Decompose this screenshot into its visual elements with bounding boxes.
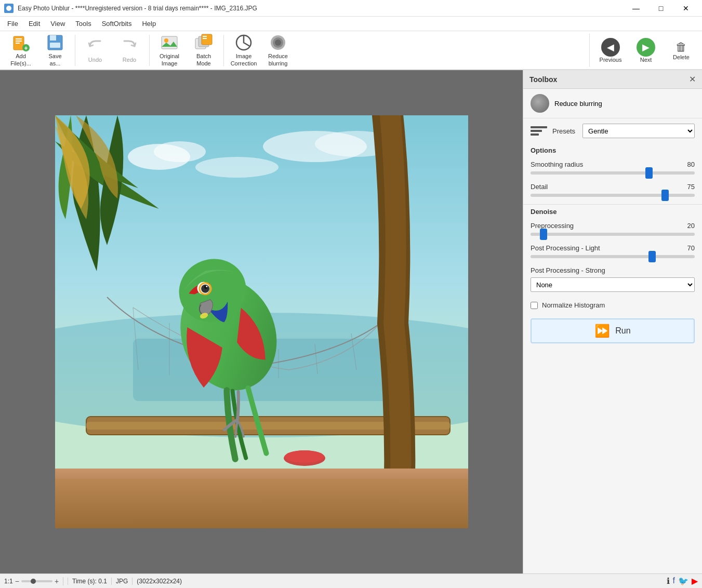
- reduce-blurring-label: Reduce blurring: [554, 100, 602, 108]
- menu-view[interactable]: View: [45, 18, 70, 30]
- reduce-blurring-section: Reduce blurring: [523, 89, 702, 118]
- reduce-blurring-button[interactable]: Reduceblurring: [261, 34, 295, 67]
- batch-mode-button[interactable]: BatchMode: [187, 34, 220, 67]
- info-icon[interactable]: ℹ: [667, 576, 670, 586]
- normalize-histogram-label: Normalize Histogram: [542, 301, 605, 309]
- svg-rect-39: [55, 479, 468, 528]
- batch-mode-icon: [194, 33, 213, 52]
- smoothing-radius-group: Smoothing radius 80: [523, 157, 702, 180]
- menu-help[interactable]: Help: [137, 18, 161, 30]
- post-light-thumb[interactable]: [648, 251, 656, 262]
- previous-button[interactable]: ◀ Previous: [594, 34, 627, 67]
- main-area: Toolbox ✕ Reduce blurring Presets Gentle…: [0, 70, 702, 573]
- svg-rect-4: [16, 43, 20, 44]
- menu-tools[interactable]: Tools: [70, 18, 96, 30]
- post-light-value: 70: [679, 244, 695, 252]
- twitter-icon[interactable]: 🐦: [678, 576, 688, 586]
- undo-button[interactable]: Undo: [78, 34, 112, 67]
- detail-group: Detail 75: [523, 180, 702, 202]
- image-correction-button[interactable]: ImageCorrection: [227, 34, 260, 67]
- next-icon: ▶: [637, 38, 655, 57]
- save-as-icon: [46, 33, 64, 52]
- facebook-icon[interactable]: f: [673, 576, 675, 586]
- zoom-slider[interactable]: [21, 580, 52, 582]
- image-correction-icon: [234, 33, 253, 52]
- add-files-icon: +: [11, 33, 30, 52]
- redo-button[interactable]: Redo: [113, 34, 146, 67]
- detail-label-row: Detail 75: [531, 183, 695, 191]
- svg-rect-8: [50, 35, 56, 41]
- image-correction-label: ImageCorrection: [231, 53, 257, 66]
- status-social-icons: ℹ f 🐦 ▶: [667, 576, 698, 586]
- post-processing-strong-group: Post Processing - Strong NoneLightMedium…: [523, 263, 702, 297]
- smoothing-radius-label: Smoothing radius: [531, 161, 583, 168]
- original-image-button[interactable]: OriginalImage: [153, 34, 186, 67]
- preprocessing-label: Preprocessing: [531, 222, 574, 230]
- minimize-button[interactable]: —: [624, 0, 648, 17]
- smoothing-radius-track[interactable]: [531, 171, 695, 175]
- delete-label: Delete: [673, 54, 690, 60]
- batch-mode-label: BatchMode: [196, 53, 211, 66]
- menu-edit[interactable]: Edit: [23, 18, 45, 30]
- preprocessing-thumb[interactable]: [540, 229, 547, 240]
- toolbar: + AddFile(s)... Saveas... Undo: [0, 31, 702, 70]
- zoom-in-button[interactable]: +: [55, 577, 59, 585]
- next-button[interactable]: ▶ Next: [629, 34, 663, 67]
- post-processing-light-group: Post Processing - Light 70: [523, 241, 702, 263]
- delete-button[interactable]: 🗑 Delete: [665, 34, 698, 67]
- detail-track[interactable]: [531, 194, 695, 197]
- image-area[interactable]: [0, 70, 523, 573]
- previous-label: Previous: [600, 57, 622, 63]
- original-image-label: OriginalImage: [160, 53, 179, 66]
- toolbox-close-button[interactable]: ✕: [689, 74, 696, 84]
- run-button[interactable]: ⏩ Run: [531, 318, 695, 343]
- toolbox-header: Toolbox ✕: [523, 70, 702, 89]
- reduce-blurring-label: Reduceblurring: [268, 53, 288, 66]
- detail-label: Detail: [531, 183, 548, 191]
- svg-text:+: +: [24, 45, 28, 52]
- maximize-button[interactable]: □: [649, 0, 673, 17]
- reduce-blurring-icon: [269, 33, 287, 52]
- post-strong-label: Post Processing - Strong: [531, 266, 695, 274]
- close-button[interactable]: ✕: [674, 0, 698, 17]
- post-processing-strong-select[interactable]: NoneLightMediumStrong: [531, 277, 695, 292]
- preprocessing-track[interactable]: [531, 233, 695, 236]
- status-format: JPG: [111, 578, 128, 585]
- menu-bar: File Edit View Tools SoftOrbits Help: [0, 17, 702, 31]
- post-light-track[interactable]: [531, 255, 695, 258]
- menu-file[interactable]: File: [2, 18, 23, 30]
- status-dimensions: (3022x3022x24): [132, 578, 182, 585]
- post-light-label: Post Processing - Light: [531, 244, 600, 252]
- app-icon: [4, 4, 14, 13]
- svg-point-49: [285, 450, 324, 463]
- menu-softorbits[interactable]: SoftOrbits: [97, 18, 137, 30]
- image-canvas: [55, 115, 468, 528]
- previous-icon: ◀: [601, 38, 620, 57]
- window-title: Easy Photo Unblur - ****Unregistered ver…: [18, 5, 620, 12]
- zoom-out-button[interactable]: −: [15, 577, 19, 585]
- svg-rect-16: [203, 38, 207, 39]
- presets-select[interactable]: GentleNormalStrong: [582, 124, 695, 138]
- toolbox-title: Toolbox: [529, 75, 557, 84]
- undo-icon: [86, 37, 104, 56]
- smoothing-radius-thumb[interactable]: [645, 167, 653, 179]
- run-button-container: ⏩ Run: [523, 313, 702, 351]
- preprocessing-group: Preprocessing 20: [523, 219, 702, 241]
- normalize-histogram-row: Normalize Histogram: [523, 297, 702, 313]
- add-files-button[interactable]: + AddFile(s)...: [4, 34, 37, 67]
- zoom-thumb[interactable]: [31, 579, 36, 584]
- reduce-blurring-icon: [531, 94, 549, 113]
- detail-thumb[interactable]: [661, 190, 669, 201]
- preprocessing-label-row: Preprocessing 20: [531, 222, 695, 230]
- toolbox-panel: Toolbox ✕ Reduce blurring Presets Gentle…: [523, 70, 702, 573]
- preprocessing-value: 20: [679, 222, 695, 230]
- normalize-histogram-checkbox[interactable]: [531, 302, 538, 309]
- add-files-label: AddFile(s)...: [10, 53, 31, 66]
- status-time: Time (s): 0.1: [68, 578, 107, 585]
- svg-point-11: [164, 38, 168, 43]
- redo-icon: [120, 37, 139, 56]
- save-as-label: Saveas...: [48, 53, 61, 66]
- save-as-button[interactable]: Saveas...: [38, 34, 72, 67]
- smoothing-radius-value: 80: [679, 161, 695, 168]
- youtube-icon[interactable]: ▶: [692, 576, 698, 586]
